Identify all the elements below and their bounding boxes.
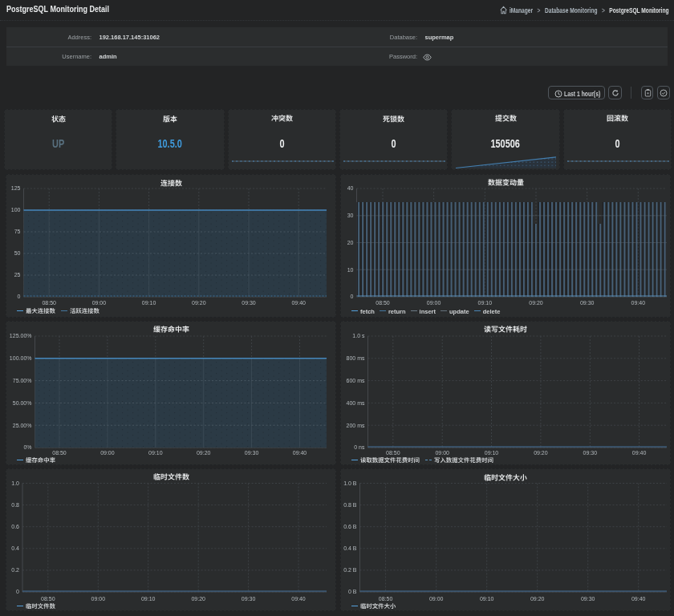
svg-text:125: 125 bbox=[11, 185, 21, 191]
svg-text:09:20: 09:20 bbox=[530, 596, 545, 602]
svg-text:0: 0 bbox=[16, 589, 19, 594]
svg-text:100: 100 bbox=[11, 207, 21, 213]
svg-text:09:30: 09:30 bbox=[245, 450, 259, 456]
svg-text:09:30: 09:30 bbox=[583, 450, 598, 456]
svg-text:25.00%: 25.00% bbox=[13, 423, 32, 428]
svg-text:09:00: 09:00 bbox=[92, 300, 107, 306]
svg-text:09:40: 09:40 bbox=[291, 300, 306, 306]
svg-text:0.4: 0.4 bbox=[11, 545, 19, 551]
svg-text:08:50: 08:50 bbox=[376, 300, 390, 306]
svg-text:09:40: 09:40 bbox=[631, 300, 646, 306]
svg-text:1.0 B: 1.0 B bbox=[343, 480, 357, 486]
svg-text:25: 25 bbox=[14, 272, 21, 278]
svg-text:09:20: 09:20 bbox=[534, 450, 548, 456]
svg-text:08:50: 08:50 bbox=[41, 596, 55, 602]
svg-text:0: 0 bbox=[18, 294, 21, 299]
svg-text:09:40: 09:40 bbox=[293, 450, 307, 456]
svg-text:08:50: 08:50 bbox=[386, 450, 400, 456]
svg-text:09:40: 09:40 bbox=[632, 450, 647, 456]
svg-text:08:50: 08:50 bbox=[379, 596, 393, 602]
svg-text:75: 75 bbox=[14, 229, 21, 234]
svg-text:09:00: 09:00 bbox=[100, 450, 115, 456]
svg-text:08:50: 08:50 bbox=[42, 300, 56, 306]
svg-text:09:40: 09:40 bbox=[291, 596, 306, 602]
svg-text:0 B: 0 B bbox=[348, 589, 357, 594]
svg-text:125.00%: 125.00% bbox=[10, 333, 32, 338]
svg-text:30: 30 bbox=[347, 213, 354, 218]
svg-text:09:00: 09:00 bbox=[91, 596, 106, 602]
svg-text:75.00%: 75.00% bbox=[13, 378, 32, 383]
svg-text:09:10: 09:10 bbox=[141, 596, 156, 602]
svg-text:09:30: 09:30 bbox=[580, 300, 595, 306]
svg-text:09:00: 09:00 bbox=[429, 596, 444, 602]
svg-text:100.00%: 100.00% bbox=[10, 355, 32, 361]
svg-text:09:10: 09:10 bbox=[148, 450, 163, 456]
svg-text:1.0 s: 1.0 s bbox=[352, 333, 365, 338]
svg-text:10: 10 bbox=[347, 267, 354, 273]
svg-text:09:30: 09:30 bbox=[242, 596, 256, 602]
svg-text:1.0: 1.0 bbox=[11, 480, 19, 486]
svg-text:09:10: 09:10 bbox=[480, 596, 494, 602]
svg-text:0.2: 0.2 bbox=[11, 567, 19, 573]
svg-text:09:10: 09:10 bbox=[485, 450, 499, 456]
svg-text:09:20: 09:20 bbox=[192, 300, 206, 306]
svg-text:09:20: 09:20 bbox=[529, 300, 543, 306]
svg-text:0%: 0% bbox=[23, 444, 31, 450]
svg-text:09:30: 09:30 bbox=[242, 300, 256, 306]
svg-text:0 ns: 0 ns bbox=[354, 444, 365, 450]
svg-text:50: 50 bbox=[14, 250, 21, 256]
svg-text:09:40: 09:40 bbox=[631, 596, 646, 602]
svg-text:09:30: 09:30 bbox=[581, 596, 595, 602]
svg-text:800 ms: 800 ms bbox=[347, 355, 365, 361]
svg-text:0.4 B: 0.4 B bbox=[343, 545, 357, 551]
svg-text:40: 40 bbox=[347, 185, 354, 191]
svg-text:200 ms: 200 ms bbox=[347, 423, 365, 428]
svg-text:09:00: 09:00 bbox=[427, 300, 441, 306]
svg-text:0.6 B: 0.6 B bbox=[343, 524, 357, 529]
svg-text:09:00: 09:00 bbox=[435, 450, 449, 456]
svg-text:50.00%: 50.00% bbox=[13, 400, 32, 406]
svg-text:600 ms: 600 ms bbox=[347, 378, 365, 383]
svg-text:20: 20 bbox=[347, 240, 354, 245]
svg-text:400 ms: 400 ms bbox=[347, 400, 365, 406]
svg-text:0.6: 0.6 bbox=[11, 524, 19, 529]
svg-text:09:10: 09:10 bbox=[478, 300, 493, 306]
svg-text:08:50: 08:50 bbox=[52, 450, 67, 456]
svg-text:0: 0 bbox=[351, 294, 354, 299]
svg-text:09:20: 09:20 bbox=[197, 450, 211, 456]
svg-text:0.8: 0.8 bbox=[11, 502, 19, 508]
svg-text:09:10: 09:10 bbox=[142, 300, 156, 306]
svg-text:0.8 B: 0.8 B bbox=[343, 502, 357, 508]
svg-text:0.2 B: 0.2 B bbox=[343, 567, 357, 573]
svg-text:09:20: 09:20 bbox=[191, 596, 205, 602]
